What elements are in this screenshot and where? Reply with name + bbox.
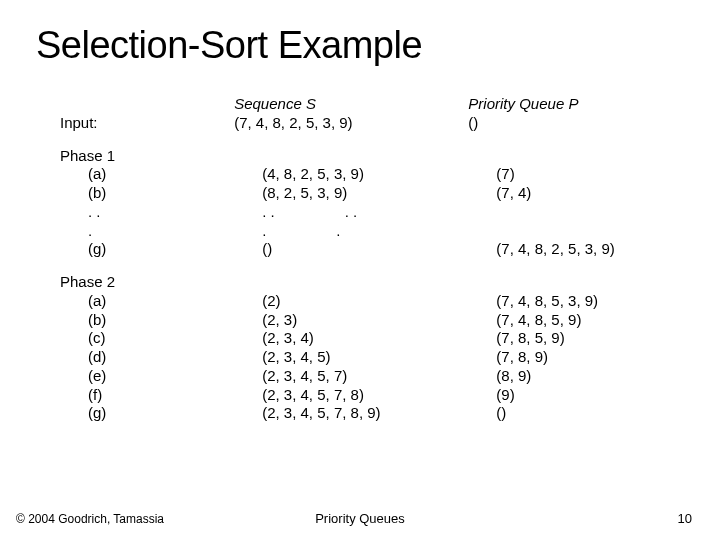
step: (f)	[60, 386, 258, 405]
phase2-row-d: (d) (2, 3, 4, 5) (7, 8, 9)	[60, 348, 696, 367]
dots-a: .	[262, 222, 266, 239]
pq: (7, 4, 8, 5, 9)	[496, 311, 696, 330]
header-pq-prefix: Priority Queue	[468, 95, 568, 112]
step: (g)	[60, 404, 258, 423]
step: .	[60, 222, 258, 241]
header-pq-var: P	[568, 95, 578, 112]
seq: ()	[262, 240, 492, 259]
phase2-row-b: (b) (2, 3) (7, 4, 8, 5, 9)	[60, 311, 696, 330]
seq: (2, 3, 4, 5, 7, 8)	[262, 386, 492, 405]
phase2-row-c: (c) (2, 3, 4) (7, 8, 5, 9)	[60, 329, 696, 348]
step: (e)	[60, 367, 258, 386]
seq: (2, 3, 4, 5)	[262, 348, 492, 367]
step: (d)	[60, 348, 258, 367]
pq: (7, 8, 9)	[496, 348, 696, 367]
header-row: Sequence S Priority Queue P	[60, 95, 696, 114]
seq: (2, 3, 4, 5, 7, 8, 9)	[262, 404, 492, 423]
step: . .	[60, 203, 258, 222]
input-pq: ()	[468, 114, 668, 133]
phase1-label: Phase 1	[60, 147, 230, 166]
header-seq-var: S	[306, 95, 316, 112]
pq: (9)	[496, 386, 696, 405]
pq: (7, 4)	[496, 184, 696, 203]
footer-page-number: 10	[678, 511, 692, 526]
step: (g)	[60, 240, 258, 259]
step: (a)	[60, 292, 258, 311]
pq: (7, 8, 5, 9)	[496, 329, 696, 348]
phase1-label-row: Phase 1	[60, 147, 696, 166]
phase2-row-a: (a) (2) (7, 4, 8, 5, 3, 9)	[60, 292, 696, 311]
seq: (4, 8, 2, 5, 3, 9)	[262, 165, 492, 184]
dots-b: .	[336, 222, 340, 239]
phase2-label: Phase 2	[60, 273, 230, 292]
spacer	[60, 259, 696, 273]
input-label: Input:	[60, 114, 230, 133]
slide-title: Selection-Sort Example	[36, 24, 422, 67]
phase2-row-e: (e) (2, 3, 4, 5, 7) (8, 9)	[60, 367, 696, 386]
phase2-row-f: (f) (2, 3, 4, 5, 7, 8) (9)	[60, 386, 696, 405]
phase2-label-row: Phase 2	[60, 273, 696, 292]
slide-content: Sequence S Priority Queue P Input: (7, 4…	[60, 95, 696, 423]
input-row: Input: (7, 4, 8, 2, 5, 3, 9) ()	[60, 114, 696, 133]
footer-title: Priority Queues	[0, 511, 720, 526]
phase2-row-g: (g) (2, 3, 4, 5, 7, 8, 9) ()	[60, 404, 696, 423]
phase1-row-b: (b) (8, 2, 5, 3, 9) (7, 4)	[60, 184, 696, 203]
seq: (2, 3, 4)	[262, 329, 492, 348]
phase1-dots2: . ..	[60, 222, 696, 241]
step: (b)	[60, 311, 258, 330]
phase1-dots1: . . . .. .	[60, 203, 696, 222]
seq: ..	[262, 222, 492, 241]
header-seq-prefix: Sequence	[234, 95, 306, 112]
pq: (7, 4, 8, 5, 3, 9)	[496, 292, 696, 311]
seq: . .. .	[262, 203, 492, 222]
pq: (8, 9)	[496, 367, 696, 386]
seq: (8, 2, 5, 3, 9)	[262, 184, 492, 203]
seq: (2, 3)	[262, 311, 492, 330]
spacer	[60, 133, 696, 147]
dots-a: . .	[262, 203, 275, 220]
pq: (7, 4, 8, 2, 5, 3, 9)	[496, 240, 696, 259]
input-seq: (7, 4, 8, 2, 5, 3, 9)	[234, 114, 464, 133]
step: (a)	[60, 165, 258, 184]
step: (c)	[60, 329, 258, 348]
step: (b)	[60, 184, 258, 203]
slide: Selection-Sort Example Sequence S Priori…	[0, 0, 720, 540]
pq: ()	[496, 404, 696, 423]
dots-b: . .	[345, 203, 358, 220]
seq: (2)	[262, 292, 492, 311]
pq: (7)	[496, 165, 696, 184]
seq: (2, 3, 4, 5, 7)	[262, 367, 492, 386]
phase1-row-a: (a) (4, 8, 2, 5, 3, 9) (7)	[60, 165, 696, 184]
phase1-row-g: (g) () (7, 4, 8, 2, 5, 3, 9)	[60, 240, 696, 259]
header-sequence: Sequence S	[234, 95, 464, 114]
header-pq: Priority Queue P	[468, 95, 668, 114]
